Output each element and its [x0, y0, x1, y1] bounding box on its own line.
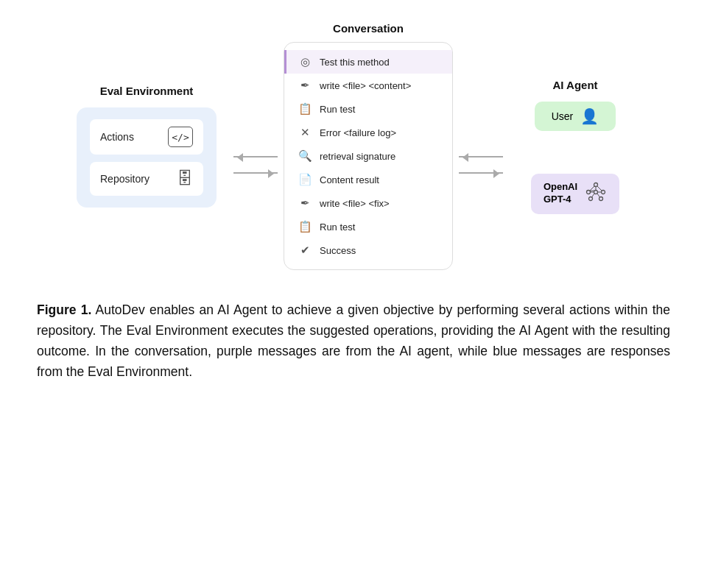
svg-line-9 — [592, 194, 595, 197]
conv-item-6: ✒ write <file> <fix> — [284, 191, 452, 215]
svg-line-11 — [590, 191, 594, 191]
write-icon-1: ✒ — [298, 79, 312, 92]
doc-icon: 📄 — [298, 173, 312, 186]
user-label: User — [552, 110, 574, 122]
error-icon: ✕ — [298, 126, 312, 139]
svg-point-5 — [594, 190, 598, 194]
gpt4-label: GPT-4 — [544, 194, 571, 206]
svg-point-2 — [602, 190, 605, 194]
conv-item-2: 📋 Run test — [284, 97, 452, 121]
check-icon: ✔ — [298, 244, 312, 257]
svg-line-12 — [590, 186, 594, 191]
diagram: Eval Environment Actions </> Repository … — [29, 22, 678, 270]
eval-env-title: Eval Environment — [100, 85, 194, 97]
repository-box: Repository 🗄 — [90, 162, 203, 196]
conv-text-1: write <file> <content> — [320, 80, 411, 91]
arrow-left-right-top — [459, 156, 503, 157]
conv-text-7: Run test — [320, 222, 355, 233]
conv-text-4: retrieval signature — [320, 151, 395, 162]
conv-text-5: Content result — [320, 174, 379, 185]
svg-line-13 — [597, 186, 602, 191]
conv-item-1: ✒ write <file> <content> — [284, 74, 452, 97]
openai-label: OpenAI — [544, 181, 577, 194]
figure-caption: Figure 1. AutoDev enables an AI Agent to… — [37, 300, 670, 382]
actions-box: Actions </> — [90, 119, 203, 155]
arrow-right-right-bottom — [459, 172, 503, 174]
conv-item-7: 📋 Run test — [284, 215, 452, 238]
conv-item-5: 📄 Content result — [284, 168, 452, 191]
right-arrows — [453, 156, 509, 174]
target-icon: ◎ — [298, 55, 312, 68]
svg-point-4 — [599, 196, 603, 200]
svg-line-10 — [597, 194, 600, 197]
conv-text-3: Error <failure log> — [320, 127, 396, 138]
svg-point-3 — [589, 196, 593, 200]
actions-label: Actions — [100, 131, 134, 143]
repository-label: Repository — [100, 173, 150, 185]
conversation-panel: Conversation ◎ Test this method ✒ write … — [284, 22, 453, 270]
arrow-left-top — [233, 156, 278, 157]
openai-box: OpenAI GPT-4 — [531, 174, 619, 214]
neural-icon — [585, 181, 607, 207]
right-column: User 👤 OpenAI GPT-4 — [531, 102, 619, 214]
ai-agent: AI Agent User 👤 OpenAI GPT-4 — [509, 79, 641, 214]
caption-text: AutoDev enables an AI Agent to achieve a… — [37, 302, 670, 379]
user-icon: 👤 — [580, 107, 599, 125]
database-icon: 🗄 — [177, 169, 193, 188]
eval-environment: Eval Environment Actions </> Repository … — [66, 85, 228, 208]
conversation-box: ◎ Test this method ✒ write <file> <conte… — [284, 42, 453, 270]
search-icon: 🔍 — [298, 149, 312, 163]
code-icon: </> — [168, 127, 193, 147]
clipboard-icon-1: 📋 — [298, 102, 312, 116]
conv-text-2: Run test — [320, 104, 355, 115]
conv-item-3: ✕ Error <failure log> — [284, 121, 452, 144]
conv-item-4: 🔍 retrieval signature — [284, 144, 452, 168]
user-box: User 👤 — [535, 102, 616, 131]
conv-item-0: ◎ Test this method — [284, 50, 452, 74]
clipboard-icon-2: 📋 — [298, 220, 312, 233]
write-icon-2: ✒ — [298, 196, 312, 210]
conversation-title: Conversation — [333, 22, 404, 35]
conv-item-8: ✔ Success — [284, 238, 452, 262]
svg-point-0 — [594, 183, 598, 186]
arrow-right-bottom — [233, 172, 278, 174]
conv-text-0: Test this method — [320, 57, 390, 68]
conv-text-8: Success — [320, 245, 356, 256]
ai-agent-title: AI Agent — [552, 79, 597, 91]
figure-label: Figure 1. — [37, 302, 91, 317]
conv-text-6: write <file> <fix> — [320, 198, 390, 209]
left-arrows — [228, 156, 284, 174]
eval-env-boxes: Actions </> Repository 🗄 — [77, 107, 217, 208]
